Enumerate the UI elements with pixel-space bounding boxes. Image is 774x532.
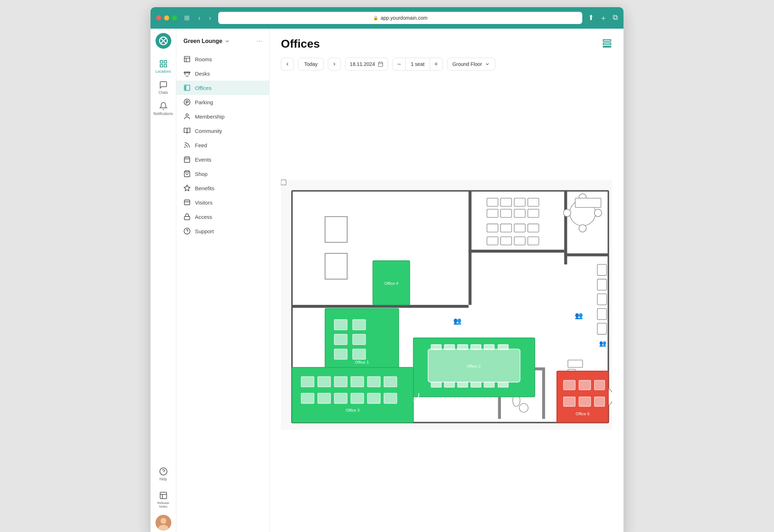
svg-rect-116 <box>384 393 397 403</box>
sidebar-item-access[interactable]: Access <box>176 210 269 224</box>
sidebar-item-desks[interactable]: Desks <box>176 66 269 81</box>
svg-rect-120 <box>563 397 575 407</box>
nav-locations-label: Locations <box>156 70 171 73</box>
floor-plan: 👥 👥 <box>281 78 612 532</box>
svg-rect-110 <box>384 377 397 387</box>
svg-rect-101 <box>458 382 468 387</box>
svg-rect-49 <box>528 224 539 232</box>
decrease-seat-button[interactable]: − <box>393 58 406 71</box>
svg-rect-94 <box>444 345 455 350</box>
workspace-name[interactable]: Green Lounge <box>183 38 230 44</box>
prev-date-button[interactable] <box>281 58 294 71</box>
toolbar: Today 18.11.2024 − 1 seat + Ground Floor <box>269 58 624 78</box>
sidebar-item-benefits[interactable]: Benefits <box>176 181 269 195</box>
user-avatar[interactable] <box>156 515 171 531</box>
sidebar-toggle-button[interactable]: ⊞ <box>183 13 191 23</box>
forward-button[interactable]: › <box>207 13 212 23</box>
svg-rect-21 <box>185 200 190 205</box>
office4-label: Office 4 <box>384 281 398 286</box>
svg-text:👥: 👥 <box>453 317 462 325</box>
nav-icon-notifications[interactable]: Notifications <box>151 98 175 119</box>
svg-rect-111 <box>301 393 314 403</box>
sidebar-item-feed[interactable]: Feed <box>176 138 269 152</box>
svg-point-16 <box>184 99 190 105</box>
svg-rect-117 <box>563 380 575 390</box>
increase-seat-button[interactable]: + <box>430 58 443 71</box>
svg-text:👥: 👥 <box>599 340 607 347</box>
svg-rect-25 <box>603 39 611 41</box>
svg-rect-53 <box>528 237 539 245</box>
svg-rect-99 <box>431 382 441 387</box>
sidebar-item-events[interactable]: Events <box>176 152 269 167</box>
nav-icon-locations[interactable]: Locations <box>151 56 175 77</box>
address-bar[interactable]: 🔒 app.yourdomain.com <box>218 12 582 24</box>
maximize-button[interactable] <box>172 15 177 20</box>
svg-rect-36 <box>325 217 347 243</box>
sidebar-item-offices[interactable]: Offices <box>176 81 269 95</box>
svg-rect-28 <box>378 62 383 67</box>
svg-rect-102 <box>471 382 481 387</box>
next-date-button[interactable] <box>328 58 341 71</box>
sidebar: Green Lounge ··· Rooms Desks <box>176 29 269 532</box>
svg-rect-108 <box>351 377 364 387</box>
svg-rect-19 <box>185 157 190 162</box>
new-tab-icon[interactable]: ＋ <box>600 13 607 23</box>
layout-toggle-button[interactable] <box>602 38 612 50</box>
sidebar-item-visitors[interactable]: Visitors <box>176 195 269 210</box>
sidebar-more-button[interactable]: ··· <box>257 37 262 45</box>
svg-rect-22 <box>185 216 190 220</box>
sidebar-item-rooms[interactable]: Rooms <box>176 52 269 66</box>
svg-rect-118 <box>579 380 591 390</box>
seat-count: 1 seat <box>406 58 429 70</box>
svg-rect-100 <box>444 382 455 387</box>
icon-bar: Locations Chats Notifications <box>150 29 176 532</box>
svg-rect-89 <box>353 334 366 345</box>
sidebar-item-shop[interactable]: Shop <box>176 167 269 181</box>
url-text: app.yourdomain.com <box>381 15 427 21</box>
nav-icon-release-notes[interactable]: Release Notes <box>150 488 176 512</box>
browser-actions: ⬆ ＋ ⧉ <box>588 13 618 23</box>
floor-selector[interactable]: Ground Floor <box>447 58 495 71</box>
sidebar-item-parking[interactable]: Parking <box>176 95 269 109</box>
svg-point-57 <box>579 225 587 232</box>
sidebar-item-membership[interactable]: Membership <box>176 109 269 124</box>
svg-rect-122 <box>594 397 605 407</box>
seat-control: − 1 seat + <box>392 58 443 71</box>
share-icon[interactable]: ⬆ <box>588 13 594 23</box>
svg-rect-62 <box>597 294 607 305</box>
nav-help-label: Help <box>159 477 167 481</box>
svg-point-56 <box>594 209 602 217</box>
nav-icon-chats[interactable]: Chats <box>151 77 175 98</box>
svg-rect-88 <box>334 334 347 345</box>
svg-rect-46 <box>487 224 498 232</box>
svg-rect-95 <box>458 345 468 350</box>
svg-rect-41 <box>528 198 539 206</box>
svg-rect-6 <box>164 64 167 67</box>
svg-point-84 <box>519 403 528 412</box>
svg-rect-63 <box>597 308 607 320</box>
svg-rect-5 <box>160 64 163 67</box>
svg-rect-35 <box>564 253 608 256</box>
back-button[interactable]: ‹ <box>197 13 202 23</box>
svg-rect-106 <box>318 377 331 387</box>
date-picker[interactable]: 18.11.2024 <box>345 58 388 71</box>
main-content: Offices Today <box>269 29 624 532</box>
today-button[interactable]: Today <box>298 58 324 71</box>
svg-rect-64 <box>597 323 607 334</box>
svg-rect-51 <box>501 237 512 245</box>
minimize-button[interactable] <box>164 15 169 20</box>
nav-icon-help[interactable]: Help <box>150 464 176 485</box>
sidebar-item-community[interactable]: Community <box>176 124 269 138</box>
nav-notifications-label: Notifications <box>153 112 173 116</box>
nav-release-notes-label: Release Notes <box>153 501 174 508</box>
svg-rect-52 <box>514 237 525 245</box>
app-logo[interactable] <box>156 33 171 49</box>
svg-rect-113 <box>334 393 347 403</box>
sidebar-item-support[interactable]: Support <box>176 224 269 238</box>
svg-rect-109 <box>367 377 380 387</box>
close-button[interactable] <box>156 15 161 20</box>
svg-rect-103 <box>484 382 494 387</box>
svg-rect-26 <box>603 43 611 44</box>
tabs-icon[interactable]: ⧉ <box>613 13 618 23</box>
svg-rect-47 <box>501 224 512 232</box>
